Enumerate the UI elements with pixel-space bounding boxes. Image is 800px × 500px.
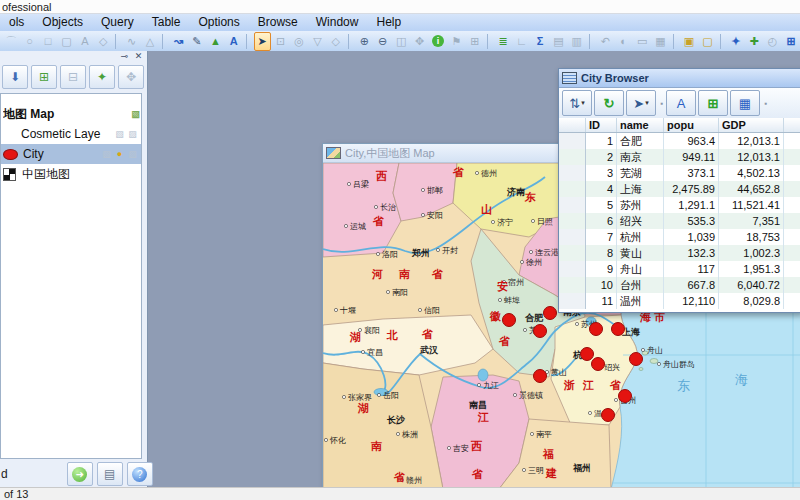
- ruler-tool[interactable]: ∟: [513, 32, 530, 51]
- clear-target-button[interactable]: ▢: [699, 32, 716, 51]
- cell-id[interactable]: 3: [586, 165, 617, 181]
- sort-filter-button[interactable]: ⇅▾: [562, 90, 592, 116]
- draw-symbol-tool[interactable]: ✎: [188, 32, 205, 51]
- cell-gdp[interactable]: 1,002.3: [719, 245, 784, 261]
- close-panel-icon[interactable]: ✕: [133, 51, 144, 62]
- row-selector[interactable]: [559, 229, 586, 245]
- layer-row-icon[interactable]: ▨: [127, 149, 138, 160]
- add-field-button[interactable]: ⊞: [698, 90, 728, 116]
- table-row[interactable]: 7 杭州 1,039 18,753: [559, 229, 800, 245]
- menu-Options[interactable]: Options: [189, 14, 248, 31]
- add-layer-button[interactable]: ⊞: [31, 65, 57, 89]
- cell-id[interactable]: 1: [586, 133, 617, 150]
- cell-id[interactable]: 8: [586, 245, 617, 261]
- row-selector[interactable]: [559, 133, 586, 150]
- cell-name[interactable]: 合肥: [617, 133, 664, 150]
- cell-name[interactable]: 台州: [617, 277, 664, 293]
- draw-polyline-tool[interactable]: ∿: [123, 32, 140, 51]
- cell-name[interactable]: 杭州: [617, 229, 664, 245]
- draw-region-tool[interactable]: ▲: [207, 32, 224, 51]
- cell-popu[interactable]: 535.3: [664, 213, 719, 229]
- row-selector[interactable]: [559, 197, 586, 213]
- district-button[interactable]: ◴: [764, 32, 781, 51]
- menu-ols[interactable]: ols: [0, 14, 33, 31]
- draw-rounded-rectangle-tool[interactable]: ▢: [58, 32, 75, 51]
- cell-popu[interactable]: 132.3: [664, 245, 719, 261]
- city-point-绍兴[interactable]: [592, 358, 605, 371]
- select-arrow-button[interactable]: ➤▾: [626, 90, 656, 116]
- table-row[interactable]: 3 芜湖 373.1 4,502.13: [559, 165, 800, 181]
- city-point-上海[interactable]: [612, 323, 625, 336]
- layer-style-swatch[interactable]: [3, 168, 16, 181]
- layer-row-icon[interactable]: ▧: [101, 149, 112, 160]
- layer-row-icon[interactable]: ●: [114, 149, 125, 160]
- layer-properties-button[interactable]: ✦: [89, 65, 115, 89]
- cell-popu[interactable]: 1,039: [664, 229, 719, 245]
- cell-id[interactable]: 11: [586, 293, 617, 309]
- cell-id[interactable]: 10: [586, 277, 617, 293]
- green-arrow-button[interactable]: ➜: [67, 462, 93, 486]
- draw-arc-tool[interactable]: ⌒: [3, 32, 20, 51]
- select-tool[interactable]: ➤: [254, 32, 271, 51]
- cell-gdp[interactable]: 1,951.3: [719, 261, 784, 277]
- cell-gdp[interactable]: 44,652.8: [719, 181, 784, 197]
- create-points-button[interactable]: ✚: [746, 32, 763, 51]
- city-point-芜湖[interactable]: [534, 325, 547, 338]
- layer-row-icon[interactable]: ▧: [114, 129, 125, 140]
- city-point-黄山[interactable]: [534, 370, 547, 383]
- city-point-南京[interactable]: [544, 307, 557, 320]
- table-row[interactable]: 2 南京 949.11 12,013.1: [559, 149, 800, 165]
- cell-name[interactable]: 黄山: [617, 245, 664, 261]
- clip-region-button[interactable]: ▭: [633, 32, 650, 51]
- layer-style-swatch[interactable]: [3, 149, 18, 160]
- city-point-合肥[interactable]: [503, 314, 516, 327]
- cell-id[interactable]: 2: [586, 149, 617, 165]
- set-target-button[interactable]: ▣: [680, 32, 697, 51]
- cell-gdp[interactable]: 8,029.8: [719, 293, 784, 309]
- cell-gdp[interactable]: 6,040.72: [719, 277, 784, 293]
- row-selector[interactable]: [559, 293, 586, 309]
- menu-Browse[interactable]: Browse: [249, 14, 307, 31]
- cell-name[interactable]: 上海: [617, 181, 664, 197]
- change-view-button[interactable]: ◫: [392, 32, 409, 51]
- menu-Help[interactable]: Help: [367, 14, 410, 31]
- column-header-GDP[interactable]: GDP: [719, 118, 784, 133]
- info-tool[interactable]: i: [429, 32, 446, 51]
- cell-name[interactable]: 苏州: [617, 197, 664, 213]
- remove-layer-button[interactable]: ⊟: [60, 65, 86, 89]
- text-style-button[interactable]: A: [225, 32, 242, 51]
- draw-rectangle-tool[interactable]: □: [39, 32, 56, 51]
- new-browser-button[interactable]: ▤: [550, 32, 567, 51]
- cell-popu[interactable]: 12,110: [664, 293, 719, 309]
- table-row[interactable]: 4 上海 2,475.89 44,652.8: [559, 181, 800, 197]
- table-row[interactable]: 9 舟山 117 1,951.3: [559, 261, 800, 277]
- cell-popu[interactable]: 1,291.1: [664, 197, 719, 213]
- cell-gdp[interactable]: 4,502.13: [719, 165, 784, 181]
- zoom-in-tool[interactable]: ⊕: [356, 32, 373, 51]
- cell-popu[interactable]: 2,475.89: [664, 181, 719, 197]
- table-row[interactable]: 1 合肥 963.4 12,013.1: [559, 133, 800, 150]
- legend-button[interactable]: ▦: [652, 32, 669, 51]
- row-selector[interactable]: [559, 213, 586, 229]
- row-selector[interactable]: [559, 261, 586, 277]
- cell-popu[interactable]: 963.4: [664, 133, 719, 150]
- city-point-台州[interactable]: [619, 390, 632, 403]
- browser-titlebar[interactable]: City Browser: [559, 69, 800, 88]
- reshape-tool[interactable]: ↝: [170, 32, 187, 51]
- layer-control-button[interactable]: ≣: [494, 32, 511, 51]
- cell-id[interactable]: 4: [586, 181, 617, 197]
- marquee-select-tool[interactable]: ⊡: [272, 32, 289, 51]
- cell-gdp[interactable]: 11,521.41: [719, 197, 784, 213]
- cell-gdp[interactable]: 12,013.1: [719, 149, 784, 165]
- menu-Window[interactable]: Window: [307, 14, 368, 31]
- globe-help-button[interactable]: ?: [127, 462, 153, 486]
- statistics-button[interactable]: Σ: [531, 32, 548, 51]
- drag-map-window-tool[interactable]: ⊞: [466, 32, 483, 51]
- cell-gdp[interactable]: 12,013.1: [719, 133, 784, 150]
- table-row[interactable]: 10 台州 667.8 6,040.72: [559, 277, 800, 293]
- cell-gdp[interactable]: 7,351: [719, 213, 784, 229]
- cell-name[interactable]: 温州: [617, 293, 664, 309]
- cell-id[interactable]: 9: [586, 261, 617, 277]
- cell-id[interactable]: 6: [586, 213, 617, 229]
- city-point-舟山[interactable]: [630, 353, 643, 366]
